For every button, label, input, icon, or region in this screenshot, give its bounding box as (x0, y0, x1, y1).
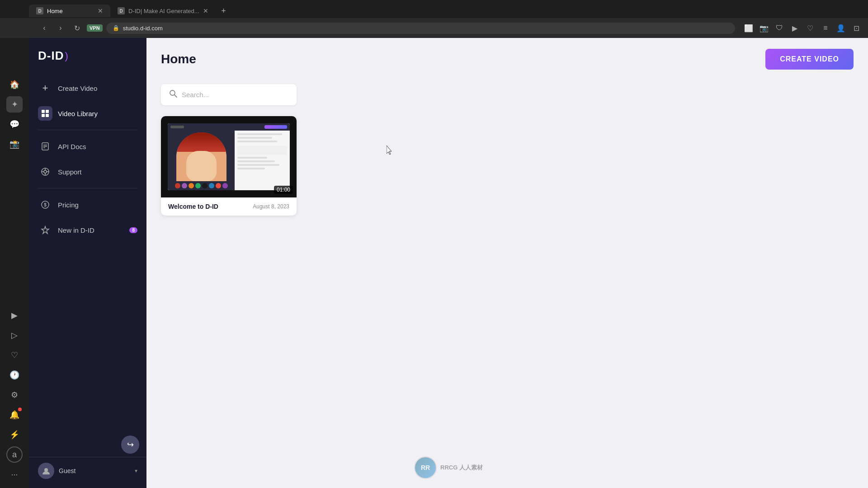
watermark-text: RRCG 人人素材 (440, 464, 483, 472)
new-in-did-badge: 8 (129, 227, 137, 233)
extensions-icon[interactable]: ⬜ (742, 22, 755, 34)
create-video-button[interactable]: CREATE VIDEO (765, 49, 854, 70)
tab-title-home: Home (47, 8, 63, 14)
page-title: Home (161, 52, 196, 66)
sidebar-heart-icon[interactable]: ♡ (6, 347, 23, 363)
new-tab-button[interactable]: + (217, 5, 230, 17)
forward-button[interactable]: › (54, 22, 67, 34)
logout-icon: ↪ (127, 440, 134, 450)
shield-icon[interactable]: 🛡 (773, 22, 786, 34)
reload-button[interactable]: ↻ (71, 22, 83, 34)
sidebar-account-icon[interactable]: a (6, 446, 23, 463)
nav-pricing[interactable]: $ Pricing (29, 192, 146, 217)
logout-button[interactable]: ↪ (121, 436, 139, 454)
logo-area: D-ID ) (29, 38, 146, 72)
screenshot-icon[interactable]: 📷 (758, 22, 770, 34)
video-grid: 01:00 Welcome to D-ID August 8, 2023 (161, 116, 854, 216)
logo-text: D-ID (38, 49, 64, 63)
pricing-icon: $ (38, 197, 52, 212)
tab-favicon-home: D (36, 7, 43, 14)
address-text: studio.d-id.com (123, 25, 163, 32)
nav-new-in-did-label: New in D-ID (58, 226, 94, 234)
svg-line-19 (175, 95, 177, 97)
svg-rect-0 (42, 110, 45, 113)
sidebar-more-icon[interactable]: ··· (6, 466, 23, 483)
nav-create-video[interactable]: + Create Video (29, 75, 146, 101)
video-thumbnail: 01:00 (161, 116, 297, 197)
tab-close-did[interactable]: ✕ (203, 7, 208, 14)
video-date: August 8, 2023 (253, 203, 289, 210)
sidebar-nav: + Create Video Video Library API Do (29, 72, 146, 457)
video-info: Welcome to D-ID August 8, 2023 (161, 197, 297, 216)
search-input[interactable] (182, 91, 288, 99)
video-title: Welcome to D-ID (168, 203, 218, 210)
menu-icon[interactable]: ≡ (819, 22, 832, 34)
sidebar-toggle-icon[interactable]: ⊡ (850, 22, 863, 34)
nav-video-library-label: Video Library (58, 110, 98, 117)
sidebar-instagram-icon[interactable]: 📸 (6, 136, 23, 152)
sidebar-extensions-icon[interactable]: ✦ (6, 96, 23, 113)
user-name: Guest (59, 467, 75, 474)
svg-text:$: $ (44, 202, 47, 207)
nav-api-docs[interactable]: API Docs (29, 134, 146, 159)
account-icon[interactable]: 👤 (835, 22, 847, 34)
user-section[interactable]: Guest ▾ (29, 457, 146, 488)
search-icon (169, 89, 177, 100)
tab-favicon-did: D (118, 7, 125, 14)
app-container: D-ID ) + Create Video Video Library (29, 38, 868, 488)
nav-create-video-label: Create Video (58, 84, 97, 92)
video-duration: 01:00 (274, 186, 293, 194)
svg-point-9 (44, 170, 47, 173)
sidebar-play-icon[interactable]: ▶ (6, 307, 23, 324)
watermark-logo: RR (414, 456, 437, 479)
bookmark-icon[interactable]: ♡ (804, 22, 816, 34)
nav-divider-2 (38, 188, 137, 188)
sidebar-settings-icon[interactable]: ⚙ (6, 387, 23, 403)
main-body: 01:00 Welcome to D-ID August 8, 2023 (146, 77, 868, 488)
main-content: Home CREATE VIDEO (146, 38, 868, 488)
nav-api-docs-label: API Docs (58, 143, 86, 150)
sidebar-bell-icon[interactable]: 🔔 (6, 407, 23, 423)
vpn-badge[interactable]: VPN (87, 24, 103, 32)
sidebar-whatsapp-icon[interactable]: 💬 (6, 116, 23, 132)
user-avatar (38, 463, 54, 479)
new-in-did-icon (38, 223, 52, 237)
nav-divider-1 (38, 130, 137, 130)
video-card[interactable]: 01:00 Welcome to D-ID August 8, 2023 (161, 116, 297, 216)
svg-marker-16 (42, 226, 49, 234)
svg-point-17 (44, 468, 48, 472)
svg-rect-3 (46, 114, 49, 117)
search-bar (161, 84, 297, 105)
main-header: Home CREATE VIDEO (146, 38, 868, 77)
browser-side-panel: O 🏠 ✦ 💬 📸 ▶ ▷ ♡ 🕐 ⚙ 🔔 ⚡ a ··· (0, 18, 29, 488)
api-docs-icon (38, 139, 52, 154)
address-bar[interactable]: 🔒 studio.d-id.com (106, 23, 735, 34)
nav-new-in-did[interactable]: New in D-ID 8 (29, 217, 146, 243)
nav-support[interactable]: Support (29, 159, 146, 184)
nav-video-library[interactable]: Video Library (29, 101, 146, 126)
app-sidebar: D-ID ) + Create Video Video Library (29, 38, 146, 488)
back-button[interactable]: ‹ (38, 22, 51, 34)
svg-rect-2 (42, 114, 45, 117)
svg-point-18 (170, 90, 175, 95)
nav-pricing-label: Pricing (58, 201, 79, 209)
sidebar-history-icon[interactable]: 🕐 (6, 367, 23, 383)
browser-tab-home[interactable]: D Home ✕ (29, 5, 110, 17)
watermark: RR RRCG 人人素材 (414, 456, 483, 479)
svg-rect-1 (46, 110, 49, 113)
create-video-icon: + (38, 81, 52, 95)
sidebar-home-icon[interactable]: 🏠 (6, 76, 23, 93)
browser-tab-did[interactable]: D D-ID| Make AI Generated... ✕ (110, 5, 216, 17)
play-icon[interactable]: ▶ (788, 22, 801, 34)
nav-support-label: Support (58, 168, 82, 176)
tab-title-did: D-ID| Make AI Generated... (128, 8, 199, 14)
sidebar-playlist-icon[interactable]: ▷ (6, 327, 23, 343)
lock-icon: 🔒 (113, 25, 119, 31)
sidebar-power-icon[interactable]: ⚡ (6, 427, 23, 443)
support-icon (38, 164, 52, 179)
user-chevron-icon: ▾ (135, 468, 137, 474)
video-library-icon (38, 106, 52, 121)
logo-accent: ) (65, 50, 68, 62)
tab-close-home[interactable]: ✕ (98, 7, 103, 14)
